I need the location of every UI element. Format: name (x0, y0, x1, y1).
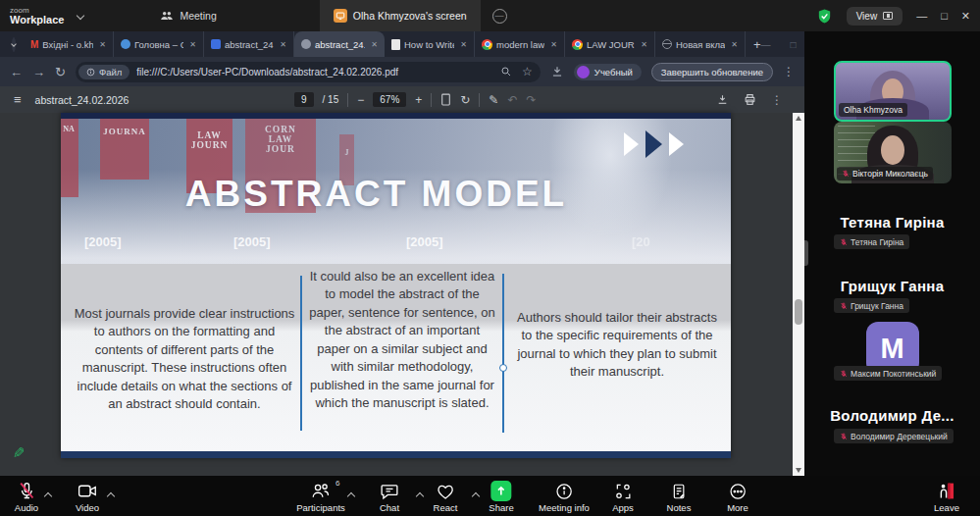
leave-button[interactable]: Leave (934, 480, 959, 513)
participant-name-label: Максим Покотинський (834, 366, 942, 381)
maximize-button[interactable]: □ (941, 11, 948, 22)
scroll-up-icon[interactable] (796, 116, 801, 121)
tab-close-icon[interactable]: ✕ (371, 40, 378, 49)
tab-close-icon[interactable]: ✕ (641, 40, 647, 49)
print-icon[interactable] (744, 93, 756, 106)
notes-icon (669, 482, 688, 501)
share-button[interactable]: Share (489, 480, 513, 513)
close-button[interactable]: ✕ (961, 11, 970, 22)
bookmark-star-icon[interactable]: ☆ (522, 65, 533, 78)
meeting-info-button[interactable]: Meeting info (539, 480, 590, 513)
browser-tab-new[interactable]: Новая вкладка ✕ (655, 31, 746, 57)
minimize-button[interactable]: — (916, 11, 927, 22)
zoom-in-button[interactable]: + (415, 94, 422, 106)
screen-share-icon (334, 9, 347, 23)
camera-icon (77, 481, 98, 501)
tab-close-icon[interactable]: ✕ (99, 40, 106, 49)
page-number-input[interactable]: 9 (294, 92, 314, 107)
search-icon[interactable] (500, 66, 512, 77)
address-bar[interactable]: Файл file:///C:/Users/User-PC/Downloads/… (76, 62, 541, 82)
page-total-label: / 15 (323, 94, 339, 105)
finish-update-button[interactable]: Завершить обновление (651, 63, 773, 81)
redo-icon[interactable]: ↷ (526, 94, 536, 106)
browser-tabstrip: M Вхідні - o.khm ✕ Головна – Can ✕ abstr… (0, 31, 804, 57)
pdf-scrollbar[interactable] (793, 113, 804, 476)
slide-arrows (624, 130, 684, 158)
annotation-pencil-icon[interactable]: ✎ (13, 444, 26, 462)
new-tab-button[interactable]: + (753, 37, 761, 52)
slide-page: NA JOURNA LAW JOURN CORN LAW JOUR J ABST… (61, 113, 731, 458)
zoom-out-button[interactable]: − (357, 94, 364, 106)
file-chip[interactable]: Файл (78, 65, 129, 79)
chat-options-icon[interactable] (417, 486, 423, 503)
share-icon (490, 481, 511, 501)
participant-big-name[interactable]: Володимир Де... (804, 407, 980, 424)
react-label: React (434, 502, 458, 513)
scroll-down-icon[interactable] (796, 468, 801, 473)
video-button[interactable]: Video (76, 480, 99, 513)
chat-button[interactable]: Chat (380, 480, 400, 513)
view-button[interactable]: View (847, 7, 903, 26)
apps-button[interactable]: Apps (612, 480, 634, 513)
browser-tab-home[interactable]: Головна – Can ✕ (114, 31, 204, 57)
browser-tab-modern-law[interactable]: modern law jou ✕ (475, 31, 565, 57)
sidebar-handle[interactable] (804, 240, 808, 266)
profile-chip[interactable]: Учебный (574, 64, 642, 80)
more-icon (728, 482, 748, 501)
video-options-icon[interactable] (108, 486, 114, 503)
tab-close-icon[interactable]: ✕ (280, 40, 286, 49)
undo-icon[interactable]: ↶ (507, 94, 517, 106)
more-button[interactable]: More (727, 480, 748, 513)
browser-menu-icon[interactable]: ⋮ (783, 65, 795, 78)
notes-label: Notes (667, 502, 692, 513)
scrollbar-thumb[interactable] (795, 299, 802, 325)
apps-icon (613, 482, 633, 501)
browser-tab-gmail[interactable]: M Вхідні - o.khm ✕ (24, 31, 114, 57)
participants-button[interactable]: 6 Participants (296, 480, 345, 513)
react-button[interactable]: React (434, 480, 458, 513)
notes-button[interactable]: Notes (667, 480, 692, 513)
browser-tab-law-journal[interactable]: LAW JOURNAL ✕ (565, 31, 655, 57)
rotate-icon[interactable]: ↻ (460, 94, 470, 106)
audio-button[interactable]: Audio (15, 480, 38, 513)
tab-shared-screen[interactable]: Olha Khmyzova's screen (320, 0, 481, 31)
participant-name: Вікторія Миколаєць (852, 169, 928, 179)
downloads-icon[interactable] (550, 65, 564, 78)
reload-icon[interactable]: ↻ (55, 66, 66, 78)
tab-search-button[interactable] (12, 37, 16, 52)
tab-meeting[interactable]: Meeting (160, 9, 216, 23)
app-dropdown-icon[interactable] (77, 12, 84, 20)
fit-page-icon[interactable] (440, 93, 451, 106)
zoom-level-value[interactable]: 67% (373, 92, 406, 107)
more-tabs-icon[interactable]: — (492, 9, 507, 24)
audio-options-icon[interactable] (45, 486, 51, 503)
chrome-icon (482, 39, 492, 50)
tab-close-icon[interactable]: ✕ (550, 40, 557, 49)
browser-tab-abstract-1[interactable]: abstract_24.02.2 ✕ (204, 31, 294, 57)
participant-big-name[interactable]: Грищук Ганна (804, 278, 980, 294)
video-tile-viktoria[interactable]: Вікторія Миколаєць (834, 122, 952, 183)
react-options-icon[interactable] (473, 486, 479, 503)
participant-big-name[interactable]: Тетяна Гиріна (804, 214, 980, 231)
forward-icon[interactable]: → (32, 66, 45, 78)
pdf-more-icon[interactable]: ⋮ (771, 93, 783, 107)
journal-spine: JOURNA (100, 119, 149, 180)
year-label: [20 (632, 234, 650, 249)
participants-label: Participants (296, 502, 345, 513)
video-tile-olha[interactable]: Olha Khmyzova (834, 61, 952, 122)
back-icon[interactable]: ← (10, 66, 23, 78)
app-logo: zoom Workplace (10, 7, 64, 26)
browser-tab-howto[interactable]: How to Write a ✕ (385, 31, 475, 57)
tab-close-icon[interactable]: ✕ (189, 40, 196, 49)
security-shield-icon[interactable] (816, 8, 833, 25)
pdf-menu-icon[interactable]: ≡ (14, 92, 22, 107)
download-icon[interactable] (716, 93, 729, 106)
tab-close-icon[interactable]: ✕ (460, 40, 467, 49)
participants-options-icon[interactable] (348, 486, 354, 503)
browser-tab-abstract-active[interactable]: abstract_24.02.2 ✕ (294, 31, 385, 57)
tab-close-icon[interactable]: ✕ (731, 40, 738, 49)
slide-body: Most journals provide clear instructions… (61, 264, 731, 451)
annotate-pen-icon[interactable]: ✎ (489, 94, 498, 106)
column-divider (502, 274, 504, 433)
participant-name: Грищук Ганна (851, 301, 903, 311)
